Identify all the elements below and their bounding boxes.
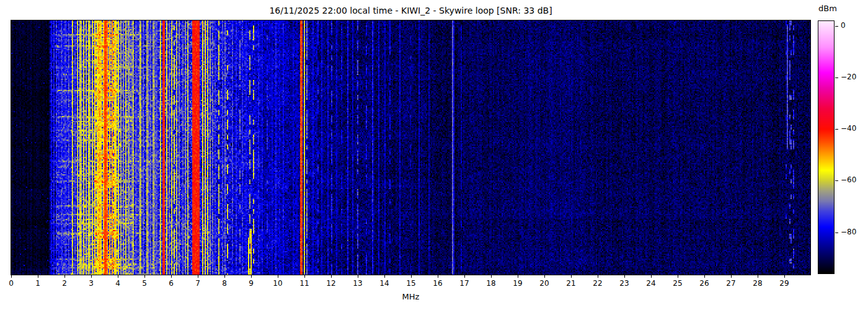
x-tick-label: 12 — [326, 279, 335, 288]
x-tick-label: 4 — [115, 279, 120, 288]
colorbar-label: dBm — [809, 4, 846, 13]
x-tick — [624, 275, 625, 278]
x-tick-label: 19 — [513, 279, 522, 288]
x-tick-label: 2 — [62, 279, 67, 288]
x-tick — [731, 275, 732, 278]
x-tick — [278, 275, 278, 278]
x-tick — [518, 275, 518, 278]
x-tick-label: 15 — [406, 279, 415, 288]
x-tick-label: 16 — [433, 279, 442, 288]
x-tick-label: 13 — [353, 279, 362, 288]
x-tick — [171, 275, 172, 278]
x-tick-label: 23 — [619, 279, 629, 288]
x-tick — [651, 275, 652, 278]
x-tick — [198, 275, 198, 278]
x-tick — [64, 275, 65, 278]
x-tick — [571, 275, 572, 278]
colorbar-tick — [835, 78, 838, 78]
x-tick — [438, 275, 438, 278]
x-tick — [491, 275, 492, 278]
x-tick-label: 11 — [299, 279, 309, 288]
colorbar-tick-label: 0 — [841, 21, 846, 30]
x-tick-label: 21 — [566, 279, 575, 288]
colorbar-tick-label: −40 — [841, 124, 856, 133]
chart-title: 16/11/2025 22:00 local time - KIWI_2 - S… — [11, 6, 810, 16]
colorbar-tick — [835, 129, 838, 130]
colorbar-canvas — [818, 21, 834, 273]
x-tick-label: 10 — [273, 279, 282, 288]
colorbar-tick — [835, 26, 838, 27]
x-tick-label: 26 — [699, 279, 709, 288]
x-tick-label: 6 — [169, 279, 174, 288]
x-tick-label: 27 — [726, 279, 735, 288]
x-tick — [224, 275, 225, 278]
x-tick-label: 17 — [459, 279, 469, 288]
x-tick — [251, 275, 252, 278]
x-tick — [678, 275, 678, 278]
x-tick — [11, 275, 12, 278]
x-tick — [331, 275, 332, 278]
x-tick — [784, 275, 785, 278]
x-tick-label: 24 — [646, 279, 655, 288]
x-axis-label: MHz — [11, 292, 810, 301]
x-tick — [384, 275, 385, 278]
x-tick-label: 28 — [753, 279, 762, 288]
x-tick — [544, 275, 545, 278]
x-tick-label: 20 — [539, 279, 549, 288]
x-tick-label: 3 — [89, 279, 94, 288]
x-tick — [598, 275, 598, 278]
colorbar-tick — [835, 232, 838, 233]
colorbar — [818, 20, 835, 274]
colorbar-tick — [835, 180, 838, 181]
x-tick — [118, 275, 118, 278]
colorbar-tick-label: −20 — [841, 73, 856, 81]
x-tick-label: 1 — [35, 279, 40, 288]
x-tick — [704, 275, 705, 278]
figure: 16/11/2025 22:00 local time - KIWI_2 - S… — [0, 0, 868, 310]
x-tick-label: 8 — [222, 279, 227, 288]
x-tick-label: 29 — [779, 279, 789, 288]
x-tick — [144, 275, 145, 278]
x-tick — [38, 275, 38, 278]
x-tick-label: 18 — [486, 279, 495, 288]
x-tick — [464, 275, 465, 278]
x-tick — [91, 275, 92, 278]
spectrogram-plot-area — [11, 20, 811, 275]
x-tick-label: 0 — [9, 279, 14, 288]
x-tick-label: 25 — [673, 279, 682, 288]
x-tick-label: 5 — [142, 279, 147, 288]
x-tick-label: 7 — [195, 279, 200, 288]
colorbar-tick-label: −80 — [841, 228, 856, 236]
colorbar-tick-label: −60 — [841, 175, 856, 184]
spectrogram-canvas — [11, 20, 810, 275]
x-tick — [358, 275, 358, 278]
x-tick-label: 9 — [249, 279, 254, 288]
x-tick — [758, 275, 758, 278]
x-tick-label: 22 — [593, 279, 602, 288]
x-tick — [411, 275, 412, 278]
x-tick — [304, 275, 305, 278]
x-tick-label: 14 — [379, 279, 389, 288]
